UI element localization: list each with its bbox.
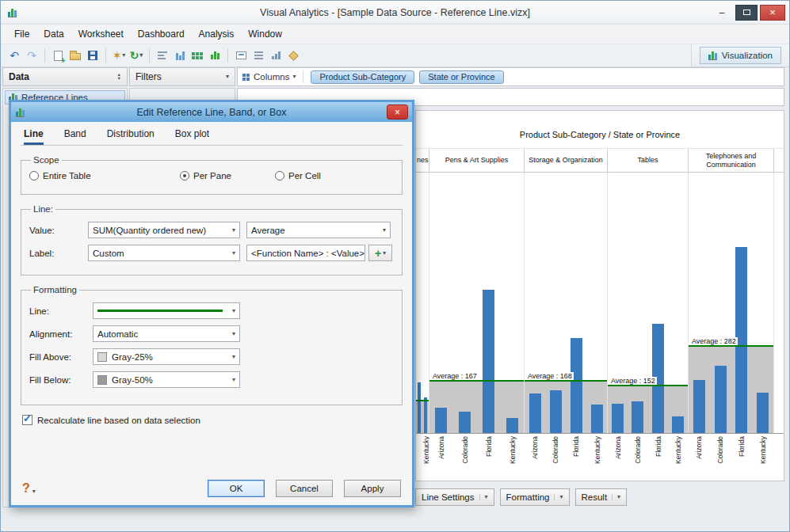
filters-panel-icon[interactable] (233, 47, 249, 64)
sort-panel-icon[interactable] (268, 47, 284, 64)
x-axis-label: Colorado (552, 436, 559, 464)
reference-line[interactable] (416, 400, 429, 401)
data-panel-header[interactable]: Data ▲▼ (2, 67, 128, 86)
reference-line-label[interactable]: Average : 152 (609, 377, 657, 385)
recommend-visualization-icon[interactable]: ✶▾ (111, 47, 127, 64)
tab-line[interactable]: Line (24, 128, 44, 145)
tab-distribution[interactable]: Distribution (107, 128, 155, 145)
toolbar-separator (149, 48, 150, 63)
reference-line[interactable] (525, 380, 607, 382)
aggregation-select-text: Average (251, 226, 285, 235)
bar[interactable] (435, 408, 447, 433)
bar[interactable] (715, 366, 727, 433)
dialog-body: Line Band Distribution Box plot Scope En… (11, 122, 412, 505)
bar[interactable] (529, 393, 541, 433)
x-axis-label: Kentucky (509, 436, 517, 464)
line-settings-label: Line Settings (422, 492, 475, 502)
cancel-button[interactable]: Cancel (276, 480, 333, 497)
add-relation-icon[interactable] (207, 47, 223, 64)
label-select[interactable]: Custom ▾ (88, 245, 240, 261)
bar[interactable] (632, 401, 643, 433)
bar[interactable] (672, 416, 684, 433)
formatting-button[interactable]: Formatting ▾ (500, 488, 570, 506)
dialog-close-button[interactable]: × (387, 104, 408, 120)
bar[interactable] (757, 393, 769, 433)
apply-button[interactable]: Apply (344, 480, 401, 497)
scope-legend: Scope (31, 155, 62, 165)
visualization-toggle-button[interactable]: Visualization (700, 47, 781, 64)
details-panel-icon[interactable] (250, 47, 266, 64)
reference-line-label[interactable]: Average : 282 (690, 337, 738, 345)
reference-line[interactable] (608, 385, 688, 386)
line-legend: Line: (31, 204, 55, 214)
alignment-select[interactable]: Automatic ▾ (93, 325, 240, 342)
reload-data-icon[interactable]: ↻▾ (128, 47, 144, 64)
label-select-text: Custom (93, 249, 124, 258)
add-data-table-icon[interactable] (189, 47, 205, 64)
column-pill-product-sub-category[interactable]: Product Sub-Category (311, 70, 414, 84)
maximize-icon (743, 10, 750, 15)
menu-file[interactable]: File (7, 26, 36, 42)
menu-analysis[interactable]: Analysis (192, 26, 242, 42)
chart-pane: Average : 282 (689, 173, 774, 433)
label-format-input[interactable]: <Function Name> : <Value> (246, 245, 365, 261)
maximize-button[interactable] (735, 5, 758, 21)
insert-rows-icon[interactable] (155, 47, 170, 64)
close-button[interactable]: × (760, 5, 785, 21)
tab-box-plot[interactable]: Box plot (175, 128, 209, 145)
filters-panel-header[interactable]: Filters ▾ (129, 67, 235, 86)
bar[interactable] (459, 412, 471, 433)
chevron-down-icon: ▾ (383, 250, 386, 256)
radio-entire-table[interactable]: Entire Table (29, 171, 180, 180)
tab-band[interactable]: Band (64, 128, 86, 145)
reference-line-label[interactable]: Average : 168 (526, 372, 574, 380)
result-button[interactable]: Result ▾ (575, 488, 628, 506)
chevron-down-icon: ▾ (229, 354, 235, 360)
add-token-button[interactable]: + ▾ (368, 245, 392, 261)
menu-window[interactable]: Window (241, 26, 289, 42)
radio-per-cell[interactable]: Per Cell (275, 171, 321, 180)
fill-below-select[interactable]: Gray-50% ▾ (93, 371, 240, 388)
menu-worksheet[interactable]: Worksheet (71, 26, 131, 42)
minimize-button[interactable]: – (711, 5, 733, 21)
chevron-down-icon: ▾ (122, 52, 125, 59)
new-analysis-icon[interactable] (50, 47, 66, 64)
fill-above-select[interactable]: Gray-25% ▾ (93, 348, 240, 365)
column-pill-state-or-province[interactable]: State or Province (419, 70, 503, 84)
check-icon: ✓ (23, 412, 32, 424)
tag-icon[interactable] (285, 47, 301, 64)
toolbar-separator (44, 48, 45, 63)
help-button[interactable]: ? ▾ (22, 482, 36, 495)
line-settings-button[interactable]: Line Settings ▾ (415, 488, 494, 506)
chevron-down-icon[interactable]: ▾ (292, 74, 296, 80)
open-icon[interactable] (67, 47, 83, 64)
x-axis-label: Colorado (717, 436, 724, 464)
gray-50-swatch-icon (97, 375, 107, 385)
aggregation-select[interactable]: Average ▾ (246, 222, 391, 238)
insert-columns-icon[interactable] (172, 47, 188, 64)
data-panel-spinner[interactable]: ▲▼ (117, 73, 121, 82)
bar[interactable] (424, 397, 428, 433)
bar[interactable] (571, 338, 582, 433)
recalculate-checkbox[interactable]: ✓ (22, 415, 32, 425)
ok-button[interactable]: OK (208, 480, 265, 497)
reference-line-label[interactable]: Average : 167 (431, 372, 479, 380)
save-icon[interactable] (85, 47, 101, 64)
bar[interactable] (418, 382, 422, 433)
bar[interactable] (550, 390, 562, 433)
value-select[interactable]: SUM(Quantity ordered new) ▾ (88, 222, 240, 238)
x-axis-label: Kentucky (675, 436, 682, 464)
menu-data[interactable]: Data (36, 26, 71, 42)
bar[interactable] (591, 405, 603, 433)
bar[interactable] (506, 418, 518, 433)
bar[interactable] (693, 380, 705, 433)
bar[interactable] (612, 404, 624, 433)
line-style-select[interactable]: ▾ (93, 302, 240, 319)
undo-icon[interactable]: ↶ (6, 47, 22, 64)
menu-dashboard[interactable]: Dashboard (131, 26, 192, 42)
reference-line[interactable] (689, 345, 773, 347)
bar[interactable] (483, 290, 494, 433)
reference-line[interactable] (429, 380, 524, 382)
redo-icon[interactable]: ↷ (24, 47, 40, 64)
radio-per-pane[interactable]: Per Pane (180, 171, 275, 180)
